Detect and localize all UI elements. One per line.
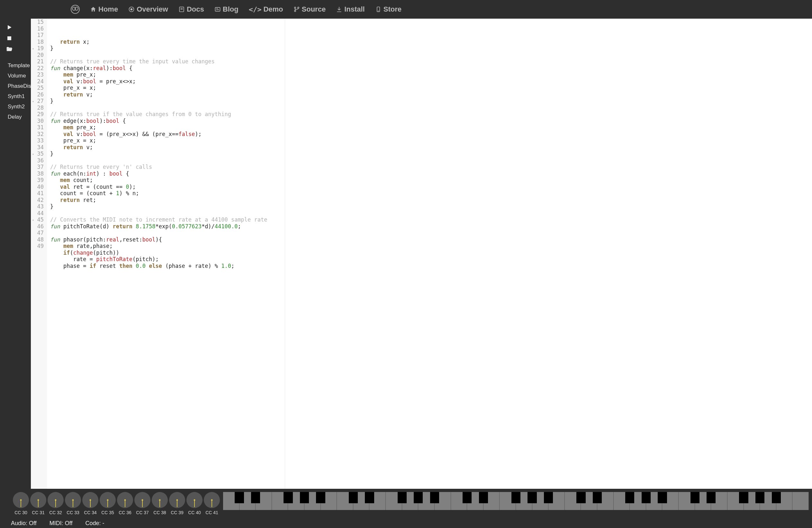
knob-cc-40[interactable]: CC 40 [186,492,203,515]
knob-label: CC 41 [205,510,218,515]
sidebar-item-volume[interactable]: Volume [1,71,32,81]
knob-label: CC 38 [153,510,166,515]
white-key[interactable] [467,492,483,510]
white-key[interactable] [223,492,240,510]
white-key[interactable] [304,492,321,510]
play-button[interactable] [4,23,14,31]
white-key[interactable] [418,492,435,510]
branch-icon [293,6,300,13]
white-key[interactable] [435,492,451,510]
white-key[interactable] [662,492,679,510]
nav-store-label: Store [383,5,402,14]
open-folder-button[interactable] [4,45,14,53]
top-nav: Home Overview Docs Blog </> Demo Source … [0,0,812,19]
knob-label: CC 30 [14,510,27,515]
book-icon [178,6,185,13]
nav-docs[interactable]: Docs [178,5,204,14]
midi-status: MIDI: Off [49,520,73,527]
white-key[interactable] [256,492,272,510]
svg-point-12 [378,11,379,12]
nav-install[interactable]: Install [336,5,365,14]
knob-cc-39[interactable]: CC 39 [169,492,186,515]
knob-cc-41[interactable]: CC 41 [203,492,220,515]
sidebar-item-synth2[interactable]: Synth2 [1,102,32,112]
white-key[interactable] [744,492,760,510]
knob-cc-32[interactable]: CC 32 [47,492,64,515]
knob-cc-34[interactable]: CC 34 [82,492,99,515]
white-key[interactable] [451,492,467,510]
knob-cc-35[interactable]: CC 35 [99,492,116,515]
white-key[interactable] [760,492,776,510]
white-key[interactable] [272,492,288,510]
sidebar-item-template[interactable]: Template [1,60,32,71]
white-key[interactable] [597,492,614,510]
knob-label: CC 36 [119,510,131,515]
nav-overview[interactable]: Overview [128,5,168,14]
white-key[interactable] [630,492,646,510]
svg-point-10 [298,7,299,8]
nav-blog[interactable]: Blog [214,5,238,14]
white-key[interactable] [646,492,663,510]
nav-source-label: Source [302,5,326,14]
nav-blog-label: Blog [223,5,238,14]
sidebar-item-synth1[interactable]: Synth1 [1,91,32,102]
white-key[interactable] [321,492,337,510]
white-key[interactable] [483,492,500,510]
stop-button[interactable] [4,34,14,42]
white-key[interactable] [516,492,532,510]
white-key[interactable] [288,492,304,510]
white-key[interactable] [337,492,353,510]
white-key[interactable] [695,492,711,510]
sidebar: TemplateVolumePhaseDistSynth1Synth2Delay [0,19,31,489]
white-key[interactable] [565,492,581,510]
white-key[interactable] [386,492,402,510]
line-gutter: 1516171819▾2021222324252627▾282930313233… [31,19,47,489]
nav-store[interactable]: Store [375,5,402,14]
knob-label: CC 34 [84,510,97,515]
status-bar: Audio: Off MIDI: Off Code: - [0,518,812,528]
white-key[interactable] [776,492,793,510]
knob-cc-38[interactable]: CC 38 [151,492,169,515]
print-margin [285,19,285,489]
audio-status: Audio: Off [11,520,37,527]
nav-source[interactable]: Source [293,5,326,14]
store-icon [375,6,381,13]
knob-cc-30[interactable]: CC 30 [12,492,30,515]
knob-cc-37[interactable]: CC 37 [134,492,151,515]
white-key[interactable] [711,492,727,510]
white-key[interactable] [614,492,630,510]
code-status: Code: - [85,520,104,527]
white-key[interactable] [240,492,256,510]
sidebar-item-delay[interactable]: Delay [1,112,32,122]
white-key[interactable] [793,492,809,510]
white-key[interactable] [353,492,370,510]
knob-label: CC 40 [188,510,201,515]
white-key[interactable] [369,492,386,510]
white-key[interactable] [727,492,744,510]
nav-overview-label: Overview [136,5,168,14]
code-editor[interactable]: 1516171819▾2021222324252627▾282930313233… [31,19,812,489]
svg-rect-13 [8,36,11,40]
knob-label: CC 33 [67,510,79,515]
nav-install-label: Install [344,5,365,14]
white-key[interactable] [402,492,419,510]
nav-home[interactable]: Home [90,5,118,14]
white-key[interactable] [581,492,597,510]
piano-keyboard[interactable] [223,492,809,510]
white-key[interactable] [679,492,695,510]
knob-cc-31[interactable]: CC 31 [30,492,47,515]
white-key[interactable] [548,492,565,510]
nav-docs-label: Docs [187,5,204,14]
svg-point-8 [294,7,295,8]
knob-cc-33[interactable]: CC 33 [64,492,82,515]
bottom-panel: CC 30CC 31CC 32CC 33CC 34CC 35CC 36CC 37… [0,489,812,528]
news-icon [214,6,221,13]
code-area[interactable]: return x;}// Returns true every time the… [47,19,812,489]
white-key[interactable] [499,492,516,510]
nav-demo[interactable]: </> Demo [249,5,283,14]
home-icon [90,6,97,13]
sidebar-item-phasedist[interactable]: PhaseDist [1,81,32,91]
svg-point-1 [131,8,133,11]
knob-cc-36[interactable]: CC 36 [116,492,134,515]
white-key[interactable] [532,492,549,510]
